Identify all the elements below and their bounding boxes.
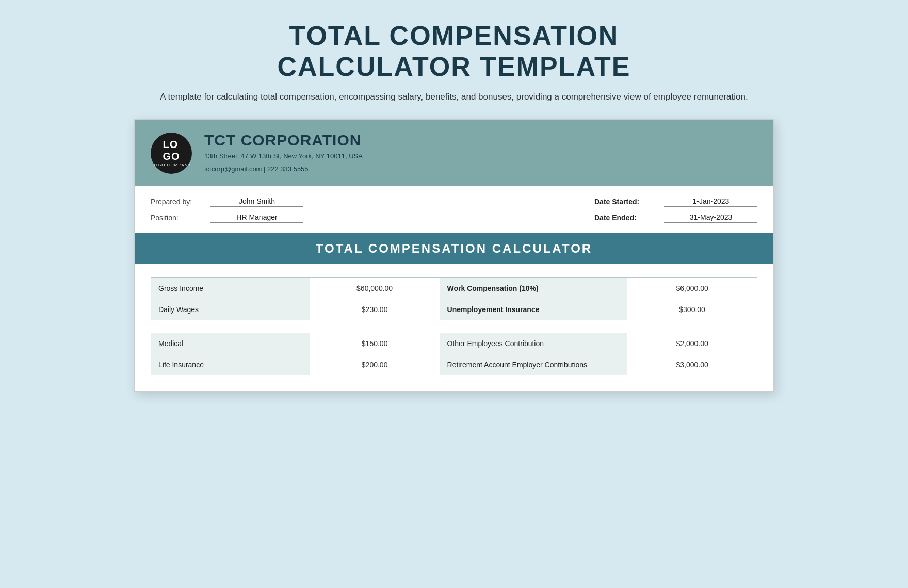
- page-subtitle: A template for calculating total compens…: [31, 90, 877, 104]
- table-row: Medical $150.00 Other Employees Contribu…: [151, 333, 757, 354]
- medical-value: $150.00: [310, 333, 440, 354]
- position-label: Position:: [151, 214, 202, 222]
- date-ended-value: 31-May-2023: [664, 212, 757, 223]
- document: LOGO LOGO COMPANY TCT CORPORATION 13th S…: [134, 119, 774, 393]
- page-header: TOTAL COMPENSATION CALCULATOR TEMPLATE A…: [31, 21, 877, 104]
- table-row: Daily Wages $230.00 Unemployement Insura…: [151, 299, 757, 320]
- company-header: LOGO LOGO COMPANY TCT CORPORATION 13th S…: [135, 120, 773, 186]
- gross-income-value: $60,000.00: [310, 278, 440, 299]
- life-insurance-value: $200.00: [310, 354, 440, 375]
- compensation-table: Gross Income $60,000.00 Work Compensatio…: [151, 277, 757, 375]
- calculator-banner: TOTAL COMPENSATION CALCULATOR: [135, 233, 773, 264]
- work-comp-value: $6,000.00: [627, 278, 757, 299]
- other-emp-contrib-label: Other Employees Contribution: [440, 333, 627, 354]
- daily-wages-value: $230.00: [310, 299, 440, 320]
- unemp-insurance-value: $300.00: [627, 299, 757, 320]
- retirement-value: $3,000.00: [627, 354, 757, 375]
- table-section: Gross Income $60,000.00 Work Compensatio…: [135, 264, 773, 391]
- company-contact: tctcorp@gmail.com | 222 333 5555: [204, 164, 363, 175]
- table-row: Life Insurance $200.00 Retirement Accoun…: [151, 354, 757, 375]
- unemp-insurance-label: Unemployement Insurance: [440, 299, 627, 320]
- gross-income-label: Gross Income: [151, 278, 310, 299]
- date-started-value: 1-Jan-2023: [664, 196, 757, 207]
- logo-text-small: LOGO COMPANY: [151, 162, 191, 167]
- date-ended-label: Date Ended:: [594, 214, 656, 222]
- work-comp-label: Work Compensation (10%): [440, 278, 627, 299]
- company-info: TCT CORPORATION 13th Street. 47 W 13th S…: [204, 132, 363, 175]
- date-started-label: Date Started:: [594, 198, 656, 206]
- prepared-by-label: Prepared by:: [151, 198, 202, 206]
- date-started-row: Date Started: 1-Jan-2023: [594, 196, 757, 207]
- daily-wages-label: Daily Wages: [151, 299, 310, 320]
- prepared-by-row: Prepared by: John Smith: [151, 196, 303, 207]
- meta-section: Prepared by: John Smith Position: HR Man…: [135, 186, 773, 233]
- position-row: Position: HR Manager: [151, 212, 303, 223]
- position-value: HR Manager: [210, 212, 303, 223]
- company-address: 13th Street. 47 W 13th St, New York, NY …: [204, 151, 363, 162]
- company-name: TCT CORPORATION: [204, 132, 363, 149]
- spacer-row: [151, 320, 757, 333]
- retirement-label: Retirement Account Employer Contribution…: [440, 354, 627, 375]
- life-insurance-label: Life Insurance: [151, 354, 310, 375]
- prepared-by-value: John Smith: [210, 196, 303, 207]
- page-title: TOTAL COMPENSATION CALCULATOR TEMPLATE: [31, 21, 877, 83]
- company-logo: LOGO LOGO COMPANY: [151, 133, 192, 174]
- table-row: Gross Income $60,000.00 Work Compensatio…: [151, 278, 757, 299]
- meta-left: Prepared by: John Smith Position: HR Man…: [151, 196, 303, 223]
- medical-label: Medical: [151, 333, 310, 354]
- logo-text-large: LOGO: [163, 139, 180, 162]
- other-emp-contrib-value: $2,000.00: [627, 333, 757, 354]
- date-ended-row: Date Ended: 31-May-2023: [594, 212, 757, 223]
- meta-right: Date Started: 1-Jan-2023 Date Ended: 31-…: [594, 196, 757, 223]
